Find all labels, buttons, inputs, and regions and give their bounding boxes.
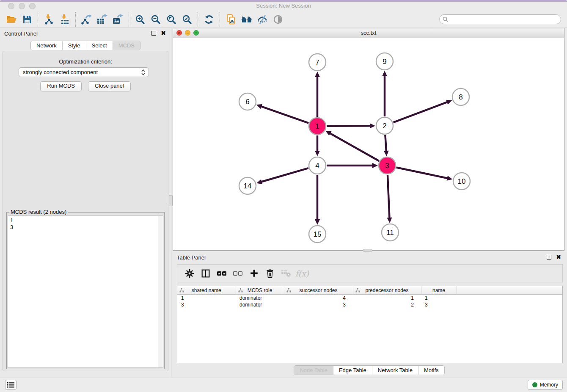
deselect-all-icon[interactable] bbox=[230, 266, 246, 281]
graph-edge-4-14[interactable] bbox=[261, 168, 308, 182]
import-table-icon[interactable] bbox=[57, 12, 72, 27]
table-settings-gear-icon[interactable] bbox=[182, 266, 198, 281]
run-mcds-button[interactable]: Run MCDS bbox=[40, 81, 82, 91]
table-cell[interactable]: 1 bbox=[177, 295, 236, 302]
graph-node-10[interactable]: 10 bbox=[453, 173, 470, 190]
tab-select[interactable]: Select bbox=[86, 41, 113, 50]
graph-edge-2-3[interactable] bbox=[385, 135, 386, 152]
home-networks-icon[interactable] bbox=[239, 12, 254, 27]
graph-node-11[interactable]: 11 bbox=[382, 224, 399, 241]
table-panel-float-icon[interactable] bbox=[547, 255, 551, 259]
graph-edge-2-8[interactable] bbox=[394, 102, 448, 123]
table-panel-close-icon[interactable]: ✖ bbox=[556, 255, 561, 259]
column-header-successor-nodes[interactable]: successor nodes bbox=[284, 286, 353, 295]
graph-edge-3-10[interactable] bbox=[396, 168, 448, 179]
table-cell[interactable]: dominator bbox=[236, 301, 284, 308]
memory-status-dot bbox=[532, 382, 537, 387]
close-window-button[interactable] bbox=[8, 3, 14, 9]
hide-selected-eye-icon[interactable] bbox=[254, 12, 270, 27]
graph-node-8[interactable]: 8 bbox=[452, 88, 469, 105]
graph-node-15[interactable]: 15 bbox=[309, 226, 326, 243]
tab-style[interactable]: Style bbox=[62, 41, 86, 50]
graph-node-7[interactable]: 7 bbox=[309, 54, 326, 71]
vertical-splitter-handle[interactable] bbox=[169, 195, 173, 206]
column-header-predecessor-nodes[interactable]: predecessor nodes bbox=[353, 286, 421, 295]
column-header-name[interactable]: name bbox=[421, 286, 457, 295]
table-cell[interactable]: 1 bbox=[353, 295, 421, 302]
search-input[interactable] bbox=[449, 16, 558, 23]
svg-text:10: 10 bbox=[458, 177, 466, 185]
graph-edge-3-1[interactable] bbox=[330, 133, 379, 161]
graph-edge-1-2[interactable] bbox=[327, 126, 371, 126]
horizontal-splitter-handle[interactable] bbox=[363, 249, 372, 252]
mcds-result-area[interactable]: 1 3 bbox=[8, 215, 163, 368]
svg-text:2: 2 bbox=[383, 122, 386, 130]
table-cell[interactable]: 2 bbox=[353, 301, 421, 308]
network-title: scc.txt bbox=[173, 28, 564, 37]
criterion-select[interactable]: strongly connected component bbox=[19, 67, 149, 77]
network-minimize-icon[interactable]: − bbox=[185, 30, 190, 36]
graph-node-9[interactable]: 9 bbox=[376, 53, 393, 70]
memory-button[interactable]: Memory bbox=[528, 380, 563, 390]
table-cell[interactable]: 3 bbox=[284, 301, 353, 308]
table-cell[interactable]: dominator bbox=[236, 295, 284, 302]
maximize-window-button[interactable] bbox=[29, 3, 36, 9]
graph-node-2[interactable]: 2 bbox=[376, 117, 393, 134]
task-history-button[interactable] bbox=[5, 380, 17, 390]
search-box[interactable] bbox=[439, 14, 561, 24]
tab-network-table[interactable]: Network Table bbox=[372, 366, 418, 375]
save-session-icon[interactable] bbox=[19, 12, 35, 27]
network-view-window: ✕ − + scc.txt 7968124314101511 bbox=[173, 28, 564, 251]
tab-edge-table[interactable]: Edge Table bbox=[333, 366, 372, 375]
column-header-MCDS-role[interactable]: MCDS role bbox=[236, 286, 284, 295]
graph-edge-3-11[interactable] bbox=[388, 175, 390, 218]
zoom-out-icon[interactable] bbox=[148, 12, 163, 27]
graph-node-3[interactable]: 3 bbox=[379, 157, 396, 174]
import-network-icon[interactable] bbox=[41, 12, 57, 27]
graph-node-6[interactable]: 6 bbox=[239, 93, 256, 110]
export-table-icon[interactable] bbox=[94, 12, 110, 27]
table-cell[interactable]: 3 bbox=[177, 301, 236, 308]
export-network-icon[interactable] bbox=[79, 12, 94, 27]
tab-network[interactable]: Network bbox=[31, 41, 62, 50]
add-row-plus-icon[interactable] bbox=[246, 266, 262, 281]
show-all-eye-icon[interactable] bbox=[270, 12, 286, 27]
zoom-in-icon[interactable] bbox=[132, 12, 148, 27]
table-panel-tabs: Node TableEdge TableNetwork TableMotifs bbox=[294, 365, 444, 375]
network-canvas[interactable]: 7968124314101511 bbox=[173, 38, 564, 250]
network-graph-svg[interactable]: 7968124314101511 bbox=[173, 38, 564, 250]
tab-mcds[interactable]: MCDS bbox=[113, 41, 140, 50]
delete-column-icon bbox=[278, 266, 294, 281]
graph-edge-1-6[interactable] bbox=[261, 106, 308, 123]
delete-row-trash-icon[interactable] bbox=[262, 266, 278, 281]
node-table: shared nameMCDS rolesuccessor nodesprede… bbox=[177, 286, 563, 363]
graph-edge-arrowhead bbox=[315, 219, 320, 225]
select-all-icon[interactable] bbox=[214, 266, 230, 281]
table-cell[interactable]: 1 bbox=[421, 295, 457, 302]
close-panel-button[interactable]: Close panel bbox=[88, 81, 131, 91]
show-columns-icon[interactable] bbox=[198, 266, 214, 281]
minimize-window-button[interactable] bbox=[19, 3, 25, 9]
control-panel-close-icon[interactable]: ✖ bbox=[161, 31, 166, 36]
graph-node-14[interactable]: 14 bbox=[239, 177, 256, 194]
zoom-selected-icon[interactable] bbox=[179, 12, 195, 27]
open-session-icon[interactable] bbox=[3, 12, 19, 27]
table-row[interactable]: 1dominator411 bbox=[177, 295, 562, 302]
table-row[interactable]: 3dominator323 bbox=[177, 301, 562, 308]
graph-edge-arrowhead bbox=[384, 151, 389, 156]
control-panel-float-icon[interactable] bbox=[151, 31, 156, 36]
clone-network-icon[interactable] bbox=[223, 12, 239, 27]
apply-layout-icon[interactable] bbox=[201, 12, 217, 27]
tab-node-table[interactable]: Node Table bbox=[294, 366, 333, 375]
network-close-icon[interactable]: ✕ bbox=[176, 30, 182, 36]
table-cell[interactable]: 4 bbox=[284, 295, 353, 302]
network-maximize-icon[interactable]: + bbox=[193, 30, 199, 36]
table-cell[interactable]: 3 bbox=[421, 301, 457, 308]
graph-node-1[interactable]: 1 bbox=[309, 118, 326, 135]
column-header-shared-name[interactable]: shared name bbox=[177, 286, 236, 295]
tab-motifs[interactable]: Motifs bbox=[418, 366, 444, 375]
zoom-fit-icon[interactable] bbox=[163, 12, 179, 27]
export-image-icon[interactable] bbox=[110, 12, 126, 27]
graph-node-4[interactable]: 4 bbox=[309, 157, 326, 174]
result-scrollbar[interactable] bbox=[158, 216, 163, 367]
